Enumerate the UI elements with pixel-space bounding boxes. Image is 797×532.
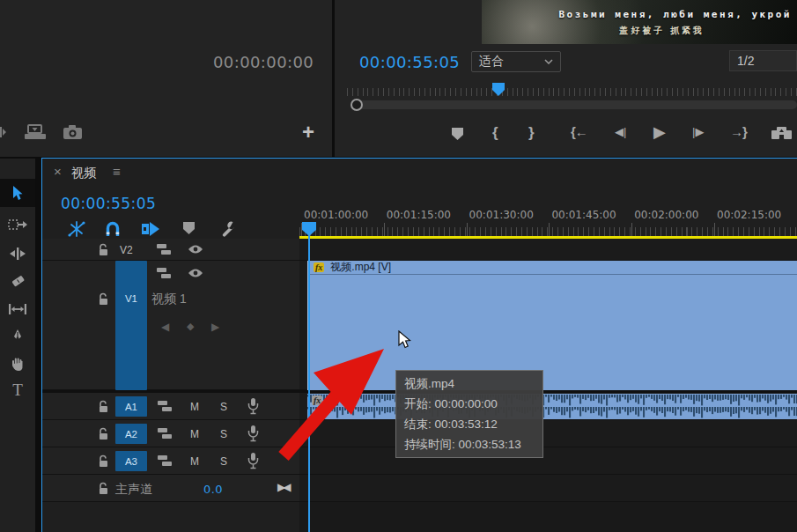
scrollbar-track[interactable] (358, 100, 797, 109)
timeline-panel: × 视频 ≡ 00:00:55:05 (41, 158, 797, 532)
lock-icon[interactable] (98, 243, 109, 256)
timeline-settings-wrench-icon[interactable] (218, 220, 236, 238)
timeline-ruler[interactable]: 00:01:00:0000:01:15:0000:01:30:0000:01:4… (299, 204, 797, 237)
track-header-master[interactable]: 主声道 0.0 ▶◀ (42, 475, 299, 502)
source-patch-icon[interactable] (157, 268, 173, 279)
track-name-v1[interactable]: 视频 1 (151, 292, 187, 307)
mute-button[interactable]: M (190, 455, 199, 468)
nest-insert-overwrite-icon[interactable] (67, 220, 86, 238)
lane-v2[interactable] (299, 239, 797, 261)
playback-resolution-select[interactable]: 1/2 (729, 50, 797, 71)
track-target-v1[interactable]: V1 (115, 261, 147, 390)
source-patch-icon[interactable] (158, 428, 173, 440)
program-monitor-panel: Возьми меня, люби меня, укрой 盖好被子 抓紧我 0… (335, 0, 797, 157)
ruler-label: 00:01:30:00 (469, 209, 534, 221)
export-frame-camera-icon[interactable] (63, 125, 83, 139)
next-keyframe-button[interactable]: ▶ (211, 321, 219, 333)
lock-icon[interactable] (98, 482, 109, 495)
export-frame-button[interactable] (771, 125, 793, 140)
program-playhead-marker[interactable] (492, 83, 506, 97)
track-header-a3[interactable]: A3 M S (42, 447, 299, 475)
add-marker-button[interactable] (452, 128, 464, 141)
master-track-label: 主声道 (115, 482, 152, 498)
scrollbar-handle[interactable] (351, 99, 363, 111)
zoom-level-select[interactable]: 适合 (471, 51, 561, 72)
tooltip-start: 开始: 00:00:00:00 (404, 394, 535, 414)
prev-keyframe-button[interactable]: ◀ (161, 321, 169, 333)
playhead-head[interactable] (302, 222, 317, 237)
hand-tool[interactable] (0, 351, 35, 377)
play-button[interactable]: ▶ (653, 122, 666, 142)
track-header-a2[interactable]: A2 M S (42, 420, 299, 447)
snap-magnet-icon[interactable] (104, 220, 122, 238)
chevron-down-icon (544, 59, 553, 64)
solo-button[interactable]: S (220, 401, 227, 413)
voiceover-mic-icon[interactable] (247, 425, 259, 442)
mute-button[interactable]: M (190, 401, 199, 413)
track-target-a1[interactable]: A1 (115, 396, 147, 417)
razor-tool[interactable] (0, 268, 35, 294)
close-tab-icon[interactable]: × (54, 164, 62, 179)
solo-button[interactable]: S (220, 428, 227, 440)
track-label-v2[interactable]: V2 (120, 244, 133, 256)
lock-icon[interactable] (98, 292, 109, 306)
mark-in-button[interactable]: { (492, 124, 498, 142)
source-timecode: 00:00:00:00 (213, 53, 314, 71)
track-header-a1[interactable]: A1 M S (42, 393, 299, 420)
source-patch-icon[interactable] (158, 401, 173, 412)
ruler-ticks (347, 88, 797, 96)
go-to-in-button[interactable]: {← (571, 124, 587, 139)
ruler-label: 00:02:15:00 (717, 209, 781, 221)
button-editor-plus-button[interactable]: + (302, 120, 314, 144)
type-tool[interactable]: T (0, 377, 35, 403)
ripple-edit-tool[interactable] (0, 240, 35, 267)
tab-sequence-label[interactable]: 视频 (71, 166, 96, 181)
go-to-out-button[interactable]: →} (730, 124, 747, 139)
voiceover-mic-icon[interactable] (247, 398, 259, 415)
subtitle-chinese: 盖好被子 抓紧我 (482, 25, 705, 37)
track-header-v2[interactable]: V2 (42, 239, 299, 261)
track-select-forward-tool[interactable] (0, 211, 35, 238)
premiere-workspace: 00:00:00:00 + Возьми меня, люби меня, (0, 0, 797, 532)
step-back-button[interactable]: ◀| (615, 125, 626, 138)
video-clip-title-bar[interactable]: fx 视频.mp4 [V] (308, 261, 797, 275)
add-marker-icon[interactable] (183, 222, 196, 235)
track-target-a3[interactable]: A3 (115, 451, 147, 471)
step-forward-button[interactable]: |▶ (692, 125, 704, 138)
source-patch-icon[interactable] (157, 244, 173, 255)
add-keyframe-button[interactable]: ◆ (187, 321, 194, 332)
toggle-track-output-eye-icon[interactable] (188, 268, 203, 278)
lock-icon[interactable] (98, 427, 109, 440)
track-target-a2[interactable]: A2 (115, 424, 147, 444)
annotation-arrow (264, 339, 396, 489)
selection-tool[interactable] (0, 179, 35, 207)
tooltip-title: 视频.mp4 (404, 373, 535, 394)
program-timecode[interactable]: 00:00:55:05 (359, 53, 460, 71)
source-patch-icon[interactable] (158, 455, 173, 467)
lock-icon[interactable] (98, 400, 109, 413)
source-clipped-icon[interactable] (0, 125, 6, 139)
pen-tool[interactable] (0, 323, 35, 350)
timeline-timecode[interactable]: 00:00:55:05 (61, 195, 156, 212)
playback-resolution-value: 1/2 (737, 54, 754, 68)
lock-icon[interactable] (98, 454, 109, 468)
linked-selection-icon[interactable] (141, 220, 160, 238)
mark-out-button[interactable]: } (528, 124, 535, 142)
voiceover-mic-icon[interactable] (247, 453, 259, 469)
ruler-label: 00:02:00:00 (634, 209, 698, 221)
track-header-v1[interactable]: V1 视频 1 ◀ ◆ ▶ (42, 261, 299, 390)
ruler-major-tick (714, 223, 715, 237)
program-zoom-scrollbar[interactable] (351, 99, 797, 111)
mute-button[interactable]: M (190, 428, 199, 440)
program-mini-ruler[interactable] (347, 83, 797, 99)
ruler-major-tick (384, 223, 385, 237)
mouse-cursor (398, 330, 412, 350)
toggle-track-output-eye-icon[interactable] (188, 244, 203, 255)
overwrite-icon[interactable] (24, 124, 47, 140)
master-level-value[interactable]: 0.0 (203, 483, 223, 496)
solo-button[interactable]: S (220, 455, 227, 468)
panel-menu-icon[interactable]: ≡ (113, 164, 121, 179)
zoom-level-value: 适合 (479, 54, 544, 70)
ruler-major-tick (467, 223, 468, 237)
slip-tool[interactable] (0, 296, 35, 322)
